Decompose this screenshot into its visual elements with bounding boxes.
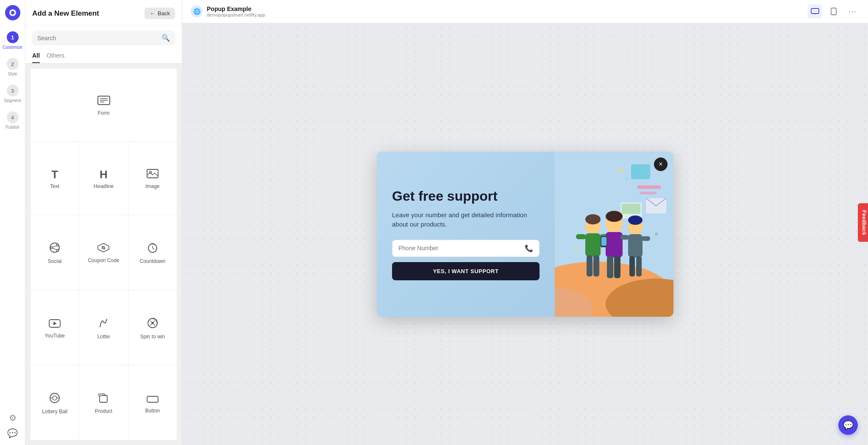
step-2-label: Style (8, 72, 17, 76)
site-globe-icon: 🌐 (191, 6, 203, 17)
bottom-sidebar-icons: ⚙ 💬 (7, 413, 18, 445)
headline-icon: H (100, 169, 108, 180)
device-icons: ⋯ (808, 4, 860, 19)
svg-rect-69 (628, 234, 643, 257)
svg-point-40 (833, 14, 834, 14)
popup-right-illustration (555, 152, 673, 317)
tab-all[interactable]: All (32, 52, 40, 63)
lottie-icon (98, 318, 108, 330)
svg-line-12 (53, 246, 57, 248)
svg-marker-22 (53, 322, 57, 325)
search-bar[interactable]: 🔍 (32, 30, 175, 45)
form-icon (97, 96, 110, 107)
element-product[interactable]: Product (79, 365, 128, 440)
element-lottie[interactable]: Lottie (79, 290, 128, 365)
spin-icon (147, 318, 158, 330)
step-2-style[interactable]: 2 Style (0, 54, 25, 80)
step-4-publish[interactable]: 4 Publish (0, 107, 25, 134)
svg-point-45 (619, 169, 622, 172)
element-headline[interactable]: H Headline (79, 142, 128, 215)
step-3-label: Segment (4, 98, 21, 103)
popup-left-side: Get free support Leave your number and g… (377, 152, 555, 317)
canvas-area: × Get free support Leave your number and… (182, 23, 868, 445)
step-3-circle: 3 (7, 85, 19, 97)
svg-rect-71 (642, 236, 650, 241)
panel-title: Add a New Element (32, 9, 99, 18)
step-1-customize[interactable]: 1 Customize (0, 27, 25, 54)
more-options-button[interactable]: ⋯ (845, 4, 860, 19)
element-button[interactable]: Button (128, 365, 177, 440)
settings-icon[interactable]: ⚙ (9, 413, 17, 423)
popup-description: Leave your number and get detailed infor… (392, 210, 540, 229)
feedback-tab[interactable]: Feedback (857, 203, 868, 242)
element-form[interactable]: Form (31, 69, 177, 141)
svg-point-68 (628, 216, 643, 225)
chat-bubble-button[interactable]: 💬 (838, 415, 858, 435)
svg-point-28 (53, 396, 57, 400)
svg-line-13 (53, 249, 57, 250)
lottie-label: Lottie (97, 334, 110, 340)
svg-line-20 (153, 248, 154, 249)
phone-number-input[interactable] (398, 245, 525, 252)
text-icon: T (51, 169, 58, 180)
element-social[interactable]: Social (31, 215, 79, 290)
app-logo[interactable] (5, 5, 20, 20)
step-1-circle: 1 (7, 31, 19, 43)
element-tabs: All Others (25, 50, 182, 64)
spin-label: Spin to win (140, 334, 165, 340)
element-text[interactable]: T Text (31, 142, 79, 215)
product-label: Product (95, 408, 112, 414)
popup-close-button[interactable]: × (654, 158, 668, 171)
element-countdown[interactable]: Countdown (128, 215, 177, 290)
svg-rect-35 (811, 8, 819, 14)
svg-point-10 (57, 249, 59, 252)
svg-rect-70 (620, 235, 629, 240)
svg-rect-62 (606, 232, 623, 257)
image-label: Image (145, 183, 159, 189)
coupon-label: Coupon Code (88, 257, 119, 263)
button-label: Button (145, 408, 160, 414)
panel-header: Add a New Element ← Back (25, 0, 182, 25)
site-name: Popup Example (207, 6, 265, 12)
text-label: Text (50, 183, 59, 189)
svg-point-75 (655, 232, 658, 236)
element-lottery-ball[interactable]: Lottery Ball (31, 365, 79, 440)
search-input[interactable] (37, 35, 158, 41)
coupon-icon (97, 243, 109, 254)
element-youtube[interactable]: YouTube (31, 290, 79, 365)
site-info: 🌐 Popup Example demopopupsmart.netlify.a… (191, 6, 265, 17)
back-arrow-icon: ← (150, 10, 155, 17)
svg-point-1 (11, 11, 14, 14)
button-icon (147, 393, 159, 404)
step-3-segment[interactable]: 3 Segment (0, 80, 25, 107)
svg-rect-72 (629, 256, 635, 276)
step-4-circle: 4 (7, 111, 19, 123)
youtube-icon (49, 318, 61, 329)
step-sidebar: 1 Customize 2 Style 3 Segment 4 Publish … (0, 0, 25, 445)
svg-rect-58 (587, 255, 593, 276)
back-button[interactable]: ← Back (145, 8, 175, 19)
site-url: demopopupsmart.netlify.app (207, 12, 265, 17)
tablet-view-button[interactable] (826, 4, 841, 19)
element-spin-to-win[interactable]: Spin to win (128, 290, 177, 365)
svg-point-11 (51, 247, 53, 249)
svg-point-26 (151, 322, 153, 324)
chat-bubble-icon: 💬 (843, 420, 854, 430)
chat-icon-sidebar[interactable]: 💬 (7, 428, 18, 438)
desktop-view-button[interactable] (808, 4, 822, 19)
support-cta-button[interactable]: YES, I WANT SUPPORT (392, 262, 540, 280)
svg-rect-56 (576, 234, 586, 239)
svg-rect-44 (640, 192, 657, 194)
svg-rect-49 (622, 204, 640, 214)
element-image[interactable]: Image (128, 142, 177, 215)
element-coupon-code[interactable]: Coupon Code (79, 215, 128, 290)
svg-rect-73 (636, 256, 642, 276)
form-label: Form (98, 110, 110, 116)
tab-others[interactable]: Others (47, 52, 64, 63)
phone-input-row[interactable]: 📞 (392, 240, 540, 257)
youtube-label: YouTube (45, 333, 65, 339)
step-4-label: Publish (6, 125, 19, 130)
lottery-ball-label: Lottery Ball (42, 409, 67, 415)
main-content: 🌐 Popup Example demopopupsmart.netlify.a… (182, 0, 868, 445)
social-label: Social (48, 258, 62, 264)
